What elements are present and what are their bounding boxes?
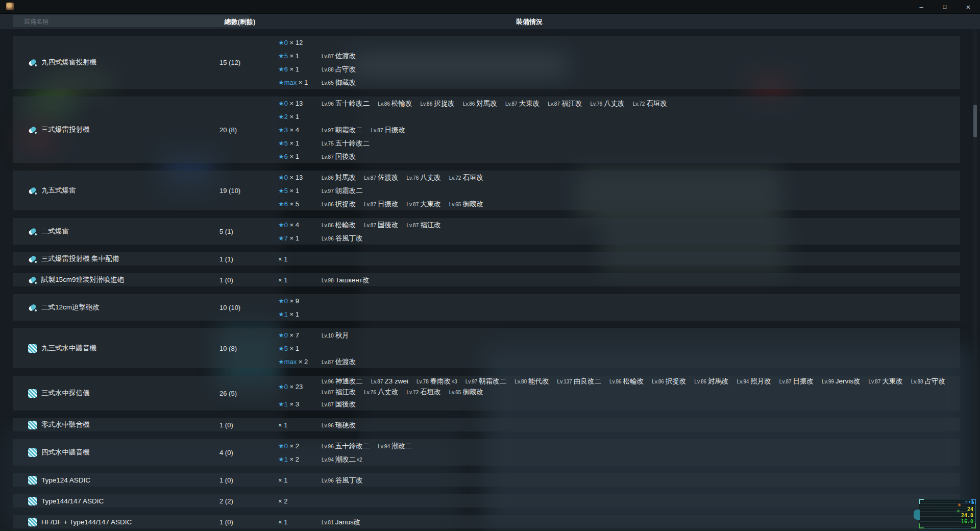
level-line: ★1 × 1 <box>278 307 954 321</box>
osd-down-icon[interactable]: ▼ <box>969 500 971 504</box>
ship-name: 八丈改 <box>604 100 625 107</box>
ship-entry: Lv.96谷風丁改 <box>322 475 363 486</box>
ship-level: Lv.96 <box>322 101 334 107</box>
ship-name: 対馬改 <box>335 174 356 181</box>
ship-level: Lv.76 <box>590 101 602 107</box>
ship-name: 御蔵改 <box>462 200 483 208</box>
equipped-ships: Lv.96五十鈴改二Lv.86松輪改Lv.86択捉改Lv.86対馬改Lv.87大… <box>322 98 667 109</box>
depth-charge-icon <box>28 303 37 312</box>
ship-level: Lv.75 <box>322 141 334 147</box>
star-level: ★6 <box>278 200 288 208</box>
sonar-icon <box>28 344 37 353</box>
equipment-status-cell: ★0 × 9★1 × 1 <box>278 294 960 321</box>
ship-level: Lv.72 <box>633 101 645 107</box>
star-level: ★7 <box>278 234 288 242</box>
equipment-status-cell: × 1Lv.96谷風丁改 <box>278 473 960 487</box>
star-level: ★max <box>278 79 297 86</box>
equipment-total: 5 (1) <box>207 228 278 235</box>
ship-name: 瑞穂改 <box>335 421 356 429</box>
level-label: ★0 × 13 <box>278 174 322 181</box>
sonar-icon <box>28 389 37 398</box>
star-level: ★0 <box>278 100 288 107</box>
star-level: ★5 <box>278 52 288 60</box>
ship-entry: Lv.96瑞穂改 <box>322 420 356 430</box>
ship-level: Lv.87 <box>406 223 419 228</box>
ship-entry: Lv.97朝霜改二 <box>322 185 363 196</box>
minimize-button[interactable]: – <box>910 0 933 13</box>
titlebar: – □ × <box>0 0 980 14</box>
equipment-status-cell: ★0 × 2Lv.96五十鈴改二Lv.94潮改二★1 × 2Lv.94潮改二×2 <box>278 439 960 466</box>
equipment-name-cell: 零式水中聽音機 <box>13 420 207 429</box>
equipment-name: 二式爆雷 <box>41 227 69 236</box>
equipment-row: Type144/147 ASDIC2 (2)× 2 <box>13 494 960 508</box>
level-label: ★0 × 9 <box>278 297 322 305</box>
equipment-name-cell: Type144/147 ASDIC <box>13 497 207 505</box>
ship-name: 石垣改 <box>462 174 483 181</box>
ship-level: Lv.94 <box>322 457 334 463</box>
equipped-ships: Lv.96神通改二Lv.87Z3 zweiLv.78春雨改×3Lv.97朝霜改二… <box>322 376 954 397</box>
close-button[interactable]: × <box>957 0 980 13</box>
osd-corner <box>919 523 924 528</box>
ship-entry: Lv.86対馬改 <box>322 172 356 183</box>
ship-name: 日振改 <box>384 126 405 134</box>
ship-entry: Lv.88占守改 <box>911 376 945 387</box>
equipment-total: 1 (0) <box>207 421 278 429</box>
osd-menu-icon[interactable]: ≡ <box>965 500 967 504</box>
level-line: ★0 × 13Lv.96五十鈴改二Lv.86松輪改Lv.86択捉改Lv.86対馬… <box>278 96 954 110</box>
ship-level: Lv.94 <box>378 444 390 449</box>
ship-name: 御蔵改 <box>335 79 356 86</box>
ship-entry: Lv.86択捉改 <box>652 376 686 387</box>
ship-name: Ташкент改 <box>335 276 370 284</box>
ship-name: 秋月 <box>335 331 349 339</box>
sonar-icon <box>28 421 37 429</box>
star-level: ★1 <box>278 310 288 318</box>
ship-level: Lv.86 <box>322 175 334 181</box>
ship-level: Lv.87 <box>869 379 881 384</box>
equipment-total: 1 (1) <box>207 255 278 263</box>
ship-level: Lv.98 <box>322 278 334 283</box>
ship-entry: Lv.80能代改 <box>514 376 549 387</box>
ship-entry: Lv.75五十鈴改二 <box>322 138 370 149</box>
ship-entry: Lv.65御蔵改 <box>449 199 483 209</box>
level-line: ★2 × 1 <box>278 110 954 123</box>
equipment-name-cell: 三式水中探信儀 <box>13 389 207 398</box>
equipped-ships: Lv.81Janus改 <box>322 517 360 527</box>
equipped-ships: Lv.10秋月 <box>322 330 349 341</box>
level-line: ★7 × 1Lv.96谷風丁改 <box>278 231 954 245</box>
ship-name: 佐渡改 <box>335 358 356 366</box>
ship-entry: Lv.87国後改 <box>322 399 356 409</box>
level-label: ★1 × 3 <box>278 400 322 408</box>
ship-entry: Lv.99Jervis改 <box>822 376 861 387</box>
ship-entry: Lv.76八丈改 <box>590 98 624 109</box>
ship-entry: Lv.87日振改 <box>779 376 814 387</box>
ship-entry: Lv.81Janus改 <box>322 517 360 527</box>
level-line: × 1Lv.96谷風丁改 <box>278 473 954 487</box>
level-label: ★0 × 7 <box>278 331 322 339</box>
ship-name: 八丈改 <box>378 388 399 396</box>
ship-name: 谷風丁改 <box>335 234 363 242</box>
ship-entry: Lv.87大東改 <box>406 199 440 209</box>
scrollbar-thumb[interactable] <box>973 105 977 137</box>
ship-entry: Lv.98Ташкент改 <box>322 275 369 285</box>
ship-entry: Lv.87福江改 <box>406 220 440 230</box>
level-line: ★6 × 1Lv.88占守改 <box>278 62 954 76</box>
ship-level: Lv.87 <box>322 154 334 160</box>
equipment-table[interactable]: 九四式爆雷投射機15 (12)★0 × 12★5 × 1Lv.87佐渡改★6 ×… <box>13 36 960 531</box>
ship-name: 松輪改 <box>391 100 412 107</box>
ship-entry: Lv.86松輪改 <box>609 376 644 387</box>
ship-level: Lv.72 <box>449 175 461 181</box>
level-line: ★1 × 3Lv.87国後改 <box>278 397 954 411</box>
ship-name: 対馬改 <box>708 377 729 385</box>
ship-entry: Lv.94潮改二×2 <box>322 454 362 465</box>
equipment-name: 九三式水中聽音機 <box>41 344 96 353</box>
osd-graph-icon[interactable]: ▙ <box>972 500 974 504</box>
ship-name: 福江改 <box>420 221 441 229</box>
ship-entry: Lv.97朝霜改二 <box>322 125 363 135</box>
ship-entry: Lv.96五十鈴改二 <box>322 441 370 451</box>
sonar-icon <box>28 518 37 526</box>
sonar-icon <box>28 448 37 457</box>
maximize-button[interactable]: □ <box>933 0 957 13</box>
equipped-ships: Lv.65御蔵改 <box>322 77 356 88</box>
level-line: ★0 × 23Lv.96神通改二Lv.87Z3 zweiLv.78春雨改×3Lv… <box>278 376 954 397</box>
level-line: ★5 × 1Lv.75五十鈴改二 <box>278 136 954 150</box>
